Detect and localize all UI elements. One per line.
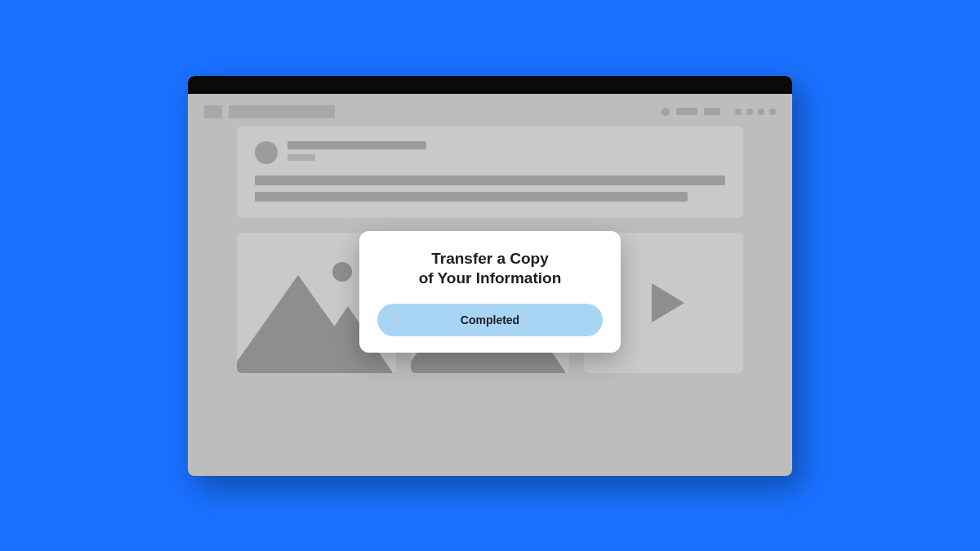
modal-title: Transfer a Copy of Your Information — [377, 249, 603, 289]
header-action-icon — [769, 109, 776, 115]
completed-button[interactable]: Completed — [377, 304, 603, 336]
post-avatar-icon — [255, 141, 278, 164]
avatar-icon — [662, 108, 670, 116]
post-card — [237, 127, 743, 218]
post-body — [255, 176, 725, 202]
post-header — [255, 141, 725, 164]
header-action-icon — [735, 109, 742, 115]
modal-title-line2: of Your Information — [419, 269, 562, 287]
window-titlebar — [188, 76, 792, 94]
logo-placeholder — [204, 105, 222, 118]
play-icon — [652, 283, 684, 322]
nav-chip — [676, 108, 697, 115]
post-header-text — [287, 141, 426, 161]
header-right — [662, 108, 776, 116]
header-action-icon — [746, 109, 753, 115]
transfer-modal: Transfer a Copy of Your Information Comp… — [359, 231, 621, 353]
post-text-line — [255, 176, 725, 185]
app-window: Transfer a Copy of Your Information Comp… — [188, 76, 792, 476]
header-action-icon — [758, 109, 764, 115]
post-author-placeholder — [287, 141, 426, 149]
header-left — [204, 105, 335, 118]
nav-chip — [704, 108, 720, 115]
post-text-line — [255, 192, 688, 202]
header-bar — [188, 94, 792, 127]
post-meta-placeholder — [287, 154, 315, 161]
search-placeholder — [229, 105, 335, 118]
header-action-icons — [735, 109, 776, 115]
modal-title-line1: Transfer a Copy — [431, 250, 549, 267]
